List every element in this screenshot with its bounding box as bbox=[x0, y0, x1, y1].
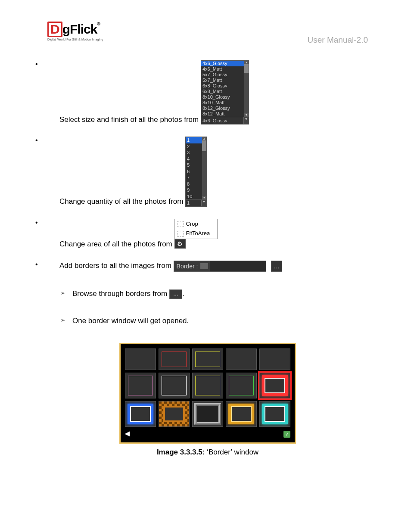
ellipsis-icon: … bbox=[173, 291, 178, 298]
area-menu-label: FitToArea bbox=[186, 230, 210, 237]
sub-browse-text-end: . bbox=[182, 289, 184, 298]
border-option[interactable] bbox=[192, 348, 223, 370]
border-window: ⯇ ✓ bbox=[119, 343, 296, 444]
qty-selected-value: 1 bbox=[186, 200, 201, 206]
back-arrow-icon: ⯇ bbox=[125, 431, 131, 438]
border-option[interactable] bbox=[226, 401, 257, 427]
dropdown-toggle-icon[interactable]: ▼ bbox=[201, 200, 206, 206]
quantity-dropdown[interactable]: 1 2 3 4 5 6 7 8 9 10 ▲ ▼ bbox=[185, 137, 207, 206]
qty-scrollbar[interactable]: ▲ ▼ bbox=[202, 137, 206, 199]
ellipsis-icon: … bbox=[274, 262, 280, 270]
border-option[interactable] bbox=[259, 401, 290, 427]
size-dropdown[interactable]: 4x6_Glossy 4x6_Matt 5x7_Glossy 5x7_Matt … bbox=[201, 60, 249, 124]
area-menu-crop[interactable]: Crop bbox=[175, 219, 217, 229]
scroll-up-icon[interactable]: ▲ bbox=[244, 61, 249, 64]
size-option[interactable]: 8x12_Matt bbox=[201, 111, 249, 117]
manual-version: User Manual-2.0 bbox=[308, 35, 368, 45]
logo-registered: ® bbox=[97, 22, 100, 26]
scroll-up-icon[interactable]: ▲ bbox=[202, 137, 206, 140]
border-option-selected[interactable] bbox=[259, 373, 290, 398]
size-option[interactable]: 4x6_Matt bbox=[201, 66, 249, 72]
size-option[interactable]: 8x12_Glossy bbox=[201, 106, 249, 111]
scroll-thumb[interactable] bbox=[202, 140, 206, 151]
check-icon: ✓ bbox=[285, 432, 289, 437]
border-option[interactable] bbox=[159, 401, 190, 427]
scroll-down-icon[interactable]: ▼ bbox=[202, 196, 206, 199]
quantity-dropdown-list[interactable]: 1 2 3 4 5 6 7 8 9 10 ▲ ▼ bbox=[186, 137, 206, 199]
bullet-area-text: Change area of all the photos from bbox=[59, 240, 174, 248]
dropdown-toggle-icon[interactable]: ▼ bbox=[243, 117, 249, 124]
border-option[interactable] bbox=[226, 373, 257, 398]
bullet-size-text: Select size and finish of all the photos… bbox=[59, 115, 201, 124]
image-caption: Image 3.3.3.5: ‘Border’ window bbox=[47, 448, 368, 457]
scroll-thumb[interactable] bbox=[244, 64, 249, 73]
logo: DgFlick® Digital World For Still & Motio… bbox=[47, 22, 103, 41]
sub-browse-text: Browse through borders from bbox=[72, 289, 167, 298]
border-window-ok-button[interactable]: ✓ bbox=[283, 431, 290, 438]
gear-icon: ⚙ bbox=[177, 240, 183, 248]
border-option[interactable] bbox=[125, 348, 156, 370]
border-label: Border : bbox=[174, 262, 201, 270]
fit-icon bbox=[177, 231, 184, 237]
bullet-border-text: Add borders to all the images from bbox=[59, 262, 174, 270]
logo-rest: gFlick bbox=[62, 22, 97, 36]
border-option[interactable] bbox=[226, 348, 257, 370]
bullet-qty-text: Change quantity of all the photos from bbox=[59, 198, 185, 206]
border-option[interactable] bbox=[192, 373, 223, 398]
size-option[interactable]: 6x8_Glossy bbox=[201, 83, 249, 89]
area-menu-fittoarea[interactable]: FitToArea bbox=[175, 229, 217, 239]
size-option[interactable]: 8x10_Matt bbox=[201, 100, 249, 106]
logo-d: D bbox=[47, 22, 62, 37]
border-value-area bbox=[210, 261, 266, 271]
area-settings-button[interactable]: ⚙ bbox=[174, 239, 186, 249]
size-option[interactable]: 5x7_Matt bbox=[201, 78, 249, 83]
size-selected-value: 4x6_Glossy bbox=[201, 117, 243, 124]
caption-bold: Image 3.3.3.5: bbox=[157, 448, 205, 456]
area-menu[interactable]: Crop FitToArea bbox=[174, 219, 218, 240]
border-option[interactable] bbox=[259, 348, 290, 370]
border-browse-button[interactable]: … bbox=[271, 261, 282, 272]
size-option[interactable]: 5x7_Glossy bbox=[201, 72, 249, 78]
size-option[interactable]: 8x10_Glossy bbox=[201, 94, 249, 100]
sub-opened-text: One border window will get opened. bbox=[72, 317, 189, 325]
border-option[interactable] bbox=[125, 373, 156, 398]
border-option[interactable] bbox=[125, 401, 156, 427]
logo-tagline: Digital World For Still & Motion Imaging bbox=[47, 38, 103, 41]
size-option[interactable]: 4x6_Glossy bbox=[201, 61, 249, 66]
scroll-down-icon[interactable]: ▼ bbox=[244, 113, 249, 117]
border-option[interactable] bbox=[192, 401, 223, 427]
border-option[interactable] bbox=[159, 373, 190, 398]
size-scrollbar[interactable]: ▲ ▼ bbox=[244, 61, 249, 117]
border-window-back-button[interactable]: ⯇ bbox=[125, 431, 131, 438]
caption-rest: ‘Border’ window bbox=[205, 448, 258, 456]
border-option[interactable] bbox=[159, 348, 190, 370]
crop-icon bbox=[177, 221, 184, 227]
browse-button[interactable]: … bbox=[169, 289, 182, 299]
border-field[interactable]: Border : bbox=[174, 261, 267, 272]
border-preview-icon bbox=[200, 263, 208, 269]
size-dropdown-list[interactable]: 4x6_Glossy 4x6_Matt 5x7_Glossy 5x7_Matt … bbox=[201, 61, 249, 117]
area-menu-label: Crop bbox=[186, 221, 198, 228]
size-option[interactable]: 6x8_Matt bbox=[201, 89, 249, 94]
